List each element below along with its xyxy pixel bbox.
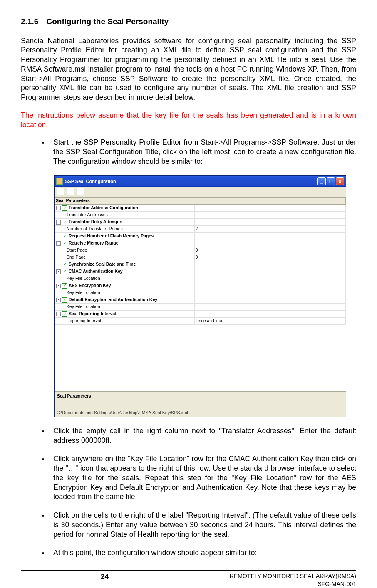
section-title: Configuring the Seal Personality bbox=[47, 17, 169, 26]
save-file-icon[interactable] bbox=[77, 188, 84, 195]
status-bar: C:\Documents and Settings\User\Desktop\R… bbox=[55, 409, 346, 417]
row-flash-pages[interactable]: ✓Request Number of Flash Memory Pages bbox=[55, 232, 195, 240]
footer-divider bbox=[21, 570, 356, 571]
row-aes-keyfile[interactable]: Key File Location bbox=[55, 289, 195, 296]
row-cmac-key[interactable]: -✓CMAC Authentication Key bbox=[55, 268, 195, 275]
page-footer: 24 REMOTELY MONITORED SEAL ARRAY(RMSA) S… bbox=[21, 572, 356, 588]
titlebar: SSP Seal Configuration _ □ X bbox=[55, 176, 346, 187]
row-start-page[interactable]: Start Page bbox=[55, 247, 195, 254]
val-end-page[interactable]: 0 bbox=[194, 254, 345, 261]
row-report-interval[interactable]: Reporting Interval bbox=[55, 317, 195, 324]
maximize-button[interactable]: □ bbox=[327, 177, 335, 185]
description-pane: Seal Parameters bbox=[55, 391, 346, 409]
row-report-interval-hdr[interactable]: -✓Seal Reporting Interval bbox=[55, 310, 195, 317]
close-button[interactable]: X bbox=[336, 177, 344, 185]
window-title: SSP Seal Configuration bbox=[65, 178, 116, 184]
row-retry-attempts[interactable]: -✓Translator Retry Attempts bbox=[55, 218, 195, 225]
bullet-item-3: Click anywhere on the "Key File Location… bbox=[49, 454, 356, 502]
bullet-item-5: At this point, the configuration window … bbox=[49, 548, 356, 558]
warning-note: The instructions below assume that the k… bbox=[21, 111, 356, 130]
row-seal-parameters: Seal Parameters bbox=[55, 197, 346, 204]
section-number: 2.1.6 bbox=[21, 17, 38, 26]
bullet-item-4: Click on the cells to the right of the l… bbox=[49, 511, 356, 539]
bullet-item-1: Start the SSP Personality Profile Editor… bbox=[49, 138, 356, 166]
config-window-screenshot: SSP Seal Configuration _ □ X Seal Parame… bbox=[54, 175, 346, 417]
toolbar bbox=[55, 187, 346, 197]
val-num-retries[interactable]: 2 bbox=[194, 225, 345, 232]
footer-right: REMOTELY MONITORED SEAL ARRAY(RMSA) SFG-… bbox=[188, 572, 356, 588]
row-cmac-keyfile[interactable]: Key File Location bbox=[55, 275, 195, 282]
new-file-icon[interactable] bbox=[57, 188, 64, 195]
page-number: 24 bbox=[21, 572, 188, 588]
row-end-page[interactable]: End Page bbox=[55, 254, 195, 261]
row-default-keyfile[interactable]: Key File Location bbox=[55, 303, 195, 310]
section-heading: 2.1.6 Configuring the Seal Personality bbox=[21, 17, 356, 27]
properties-table: Seal Parameters -✓Translator Address Con… bbox=[55, 197, 346, 325]
bullet-item-2: Click the empty cell in the right column… bbox=[49, 426, 356, 445]
val-report-interval[interactable]: Once an Hour bbox=[194, 317, 345, 324]
row-aes-key[interactable]: -✓AES Encryption Key bbox=[55, 282, 195, 289]
grid-blank bbox=[55, 325, 346, 391]
val-start-page[interactable]: 0 bbox=[194, 247, 345, 254]
open-file-icon[interactable] bbox=[67, 188, 74, 195]
intro-paragraph: Sandia National Laboratories provides so… bbox=[21, 36, 356, 102]
app-icon bbox=[56, 178, 63, 185]
row-trans-addr-config[interactable]: -✓Translator Address Configuration bbox=[55, 204, 195, 211]
row-num-retries[interactable]: Number of Translator Retries bbox=[55, 225, 195, 232]
property-grid: Seal Parameters -✓Translator Address Con… bbox=[55, 197, 346, 391]
row-sync-time[interactable]: ✓Synchronize Seal Date and Time bbox=[55, 261, 195, 268]
row-trans-addresses[interactable]: Translator Addresses bbox=[55, 211, 195, 218]
minimize-button[interactable]: _ bbox=[317, 177, 326, 185]
row-mem-range[interactable]: -✓Retreive Memory Range bbox=[55, 240, 195, 247]
row-default-key[interactable]: -✓Default Encryption and Authentication … bbox=[55, 296, 195, 303]
